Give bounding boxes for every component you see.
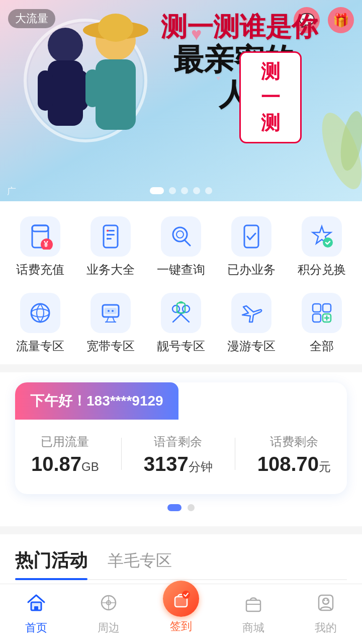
svg-rect-17: [85, 69, 100, 107]
nav-item-checkin[interactable]: 签到: [151, 595, 211, 634]
nav-label-nearby: 周边: [98, 620, 120, 635]
svg-point-70: [327, 599, 328, 601]
menu-item-roaming[interactable]: 漫游专区: [221, 293, 282, 354]
svg-point-28: [107, 234, 109, 236]
checkin-icon: [163, 581, 199, 617]
menu-item-services[interactable]: 业务大全: [80, 216, 141, 278]
svg-rect-38: [105, 308, 117, 314]
banner-dots: [0, 187, 362, 194]
banner-title1: 测一测谁是你: [161, 12, 307, 42]
menu-label-query: 一键查询: [157, 262, 205, 278]
account-section: 下午好！183****9129 已用流量 10.87GB 语音剩余 3137分钟…: [0, 372, 362, 526]
tab-wool-zone[interactable]: 羊毛专区: [108, 550, 172, 578]
menu-item-done[interactable]: 已办业务: [221, 216, 282, 278]
menu-item-query[interactable]: 一键查询: [151, 216, 211, 278]
nav-item-home[interactable]: 首页: [6, 593, 66, 635]
dot-5: [205, 187, 212, 194]
svg-point-32: [176, 231, 184, 238]
menu-label-topup: 话费充值: [16, 262, 64, 278]
svg-rect-52: [313, 314, 321, 322]
account-greeting: 下午好！183****9129: [30, 393, 163, 409]
menu-item-all[interactable]: 全部: [292, 293, 352, 354]
menu-label-roaming: 漫游专区: [227, 338, 276, 354]
svg-line-31: [185, 240, 190, 246]
stat-value-voice: 3137分钟: [144, 454, 213, 474]
menu-label-number: 靓号专区: [157, 338, 205, 354]
svg-point-43: [108, 310, 110, 312]
svg-point-34: [323, 237, 333, 248]
menu-row-2: 流量专区 宽带专区: [5, 288, 357, 359]
svg-point-36: [31, 309, 49, 317]
menu-label-points: 积分兑换: [298, 262, 346, 278]
stat-label-voice: 语音剩余: [154, 434, 202, 450]
account-card: 下午好！183****9129 已用流量 10.87GB 语音剩余 3137分钟…: [15, 382, 347, 494]
account-stats: 已用流量 10.87GB 语音剩余 3137分钟 话费剩余 108.70元: [15, 420, 347, 479]
menu-label-services: 业务大全: [86, 262, 135, 278]
ad-tag: 广: [7, 185, 16, 197]
svg-text:¥: ¥: [44, 240, 48, 249]
mine-icon: [316, 593, 336, 617]
svg-point-9: [48, 28, 83, 63]
svg-rect-50: [313, 304, 321, 312]
svg-point-69: [324, 599, 325, 601]
svg-rect-65: [246, 600, 260, 611]
menu-label-data: 流量专区: [16, 338, 64, 354]
svg-rect-11: [38, 70, 53, 111]
nav-label-home: 首页: [25, 620, 47, 635]
banner[interactable]: ♥ ♥ ♥ ♥ 大流量 💬 🎁 测一测谁是你: [0, 0, 362, 201]
menu-item-topup[interactable]: ¥ 话费充值: [10, 216, 70, 278]
stat-balance: 话费剩余 108.70元: [257, 434, 331, 474]
svg-rect-18: [122, 69, 136, 107]
stat-divider-2: [235, 438, 235, 470]
stat-value-balance: 108.70元: [257, 454, 331, 474]
gift-icon[interactable]: 🎁: [328, 7, 354, 33]
svg-rect-20: [32, 225, 48, 231]
stat-value-data: 10.87GB: [31, 454, 99, 474]
menu-item-broadband[interactable]: 宽带专区: [80, 293, 141, 354]
stat-divider-1: [121, 438, 122, 470]
menu-label-broadband: 宽带专区: [86, 338, 135, 354]
svg-rect-57: [34, 606, 38, 610]
nav-label-mine: 我的: [315, 620, 337, 635]
hot-tabs: 热门活动 羊毛专区: [15, 548, 347, 580]
svg-point-44: [112, 310, 114, 312]
stat-label-balance: 话费剩余: [270, 434, 318, 450]
nav-item-nearby[interactable]: 周边: [78, 593, 139, 635]
menu-item-number[interactable]: 靓号专区: [151, 293, 211, 354]
card-dots: [15, 504, 347, 511]
card-dot-1: [167, 504, 182, 511]
dot-4: [193, 187, 200, 194]
dot-1: [150, 187, 164, 194]
menu-item-data[interactable]: 流量专区: [10, 293, 70, 354]
divider-1: [0, 364, 362, 372]
banner-label: 大流量: [8, 9, 55, 28]
nav-item-shop[interactable]: 商城: [223, 593, 284, 635]
nearby-icon: [99, 593, 119, 617]
svg-point-29: [107, 238, 109, 240]
svg-point-64: [182, 591, 190, 599]
account-header: 下午好！183****9129: [15, 382, 178, 420]
menu-section: ¥ 话费充值 业务大全: [0, 201, 362, 364]
menu-label-all: 全部: [310, 338, 334, 354]
nav-item-mine[interactable]: 我的: [296, 593, 356, 635]
svg-point-15: [98, 14, 133, 42]
menu-row-1: ¥ 话费充值 业务大全: [5, 211, 357, 283]
card-dot-2: [188, 504, 195, 511]
svg-rect-51: [323, 304, 331, 312]
stat-data-used: 已用流量 10.87GB: [31, 434, 99, 474]
dot-3: [181, 187, 188, 194]
bottom-nav: 首页 周边 签到: [0, 584, 362, 644]
svg-point-35: [31, 304, 49, 322]
svg-rect-23: [104, 225, 118, 248]
nav-label-checkin: 签到: [170, 619, 192, 634]
shop-icon: [243, 593, 263, 617]
svg-rect-33: [244, 225, 258, 248]
stat-voice-remain: 语音剩余 3137分钟: [144, 434, 213, 474]
tab-hot-activity[interactable]: 热门活动: [15, 548, 87, 579]
menu-label-done: 已办业务: [227, 262, 276, 278]
dot-2: [169, 187, 176, 194]
home-icon: [26, 593, 46, 617]
menu-item-points[interactable]: 积分兑换: [292, 216, 352, 278]
banner-cta-button[interactable]: 测一测: [239, 51, 302, 143]
nav-label-shop: 商城: [242, 620, 264, 635]
